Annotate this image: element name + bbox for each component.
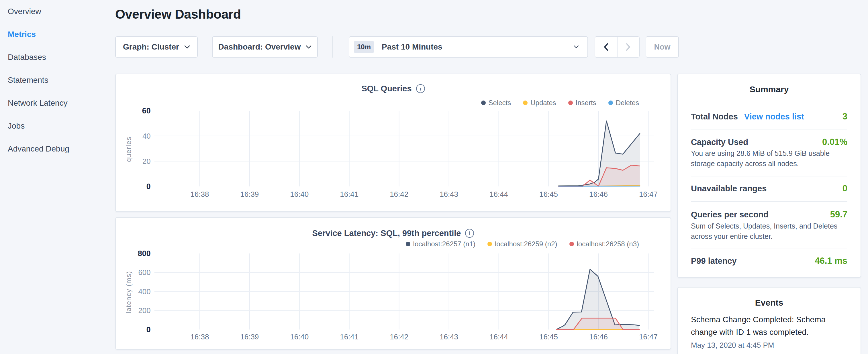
svg-text:40: 40 — [143, 132, 151, 140]
svg-text:16:40: 16:40 — [290, 333, 309, 341]
qps-caption: Sum of Selects, Updates, Inserts, and De… — [691, 221, 849, 242]
summary-title: Summary — [678, 85, 861, 94]
controls-divider — [333, 36, 333, 58]
sidebar-item-databases[interactable]: Databases — [8, 46, 105, 69]
divider — [691, 129, 847, 129]
sidebar-item-metrics[interactable]: Metrics — [8, 23, 105, 46]
time-back-button[interactable] — [595, 37, 617, 57]
svg-text:16:40: 16:40 — [290, 190, 309, 198]
chevron-right-icon — [626, 43, 631, 51]
summary-row-capacity: Capacity Used 0.01% — [691, 136, 847, 148]
divider — [691, 249, 847, 249]
time-range-label: Past 10 Minutes — [382, 42, 442, 52]
p99-latency-value: 46.1 ms — [815, 256, 847, 266]
svg-text:800: 800 — [138, 249, 151, 258]
summary-panel: Summary Total Nodes View nodes list 3 Ca… — [677, 74, 861, 278]
app-root: Overview Metrics Databases Statements Ne… — [0, 0, 868, 354]
svg-text:16:41: 16:41 — [340, 333, 359, 341]
svg-text:20: 20 — [143, 157, 151, 165]
event-message[interactable]: Schema Change Completed: Schema change w… — [691, 313, 848, 339]
svg-text:16:43: 16:43 — [440, 333, 458, 341]
time-pager — [595, 36, 640, 58]
chevron-down-icon — [574, 45, 579, 49]
graph-scope-label: Graph: Cluster — [123, 42, 179, 52]
chevron-down-icon — [184, 45, 190, 49]
chevron-left-icon — [603, 43, 609, 51]
view-nodes-list-link[interactable]: View nodes list — [744, 112, 804, 122]
summary-row-total-nodes: Total Nodes View nodes list 3 — [691, 110, 847, 123]
chevron-down-icon — [306, 45, 311, 49]
events-title: Events — [678, 298, 861, 308]
svg-text:16:42: 16:42 — [390, 333, 408, 341]
sidebar-item-network-latency[interactable]: Network Latency — [8, 92, 105, 115]
unavailable-ranges-value: 0 — [842, 183, 847, 194]
svg-text:200: 200 — [138, 307, 150, 315]
service-latency-plot[interactable]: 16:3816:3916:4016:4116:4216:4316:4416:45… — [116, 218, 671, 349]
svg-text:16:47: 16:47 — [639, 333, 658, 341]
qps-value: 59.7 — [830, 210, 847, 220]
svg-text:16:39: 16:39 — [240, 190, 259, 198]
sql-queries-chart-card: SQL Queries i Selects Updates Inserts De… — [115, 74, 671, 212]
summary-row-qps: Queries per second 59.7 — [691, 208, 847, 221]
sql-queries-plot[interactable]: 16:3816:3916:4016:4116:4216:4316:4416:45… — [116, 74, 671, 212]
svg-text:16:45: 16:45 — [539, 333, 558, 341]
total-nodes-value: 3 — [842, 111, 847, 122]
time-range-badge: 10m — [354, 41, 374, 53]
svg-text:60: 60 — [142, 106, 151, 115]
page-title: Overview Dashboard — [115, 7, 241, 22]
service-latency-chart-card: Service Latency: SQL, 99th percentile i … — [115, 217, 671, 350]
events-panel: Events Schema Change Completed: Schema c… — [677, 287, 861, 354]
now-button[interactable]: Now — [646, 36, 679, 58]
event-timestamp: May 13, 2020 at 4:45 PM — [691, 341, 774, 350]
graph-scope-dropdown[interactable]: Graph: Cluster — [115, 36, 198, 58]
summary-row-p99: P99 latency 46.1 ms — [691, 255, 847, 267]
time-range-dropdown[interactable]: 10m Past 10 Minutes — [349, 36, 588, 58]
sidebar-item-advanced-debug[interactable]: Advanced Debug — [8, 137, 105, 160]
svg-text:400: 400 — [138, 288, 150, 296]
sidebar-item-jobs[interactable]: Jobs — [8, 115, 105, 137]
svg-text:16:39: 16:39 — [240, 333, 259, 341]
svg-text:16:45: 16:45 — [539, 190, 558, 198]
svg-text:16:44: 16:44 — [490, 333, 508, 341]
svg-text:16:47: 16:47 — [639, 190, 658, 198]
svg-text:16:38: 16:38 — [190, 333, 209, 341]
dashboard-label: Dashboard: Overview — [218, 42, 301, 52]
sidebar: Overview Metrics Databases Statements Ne… — [8, 0, 105, 160]
svg-text:16:44: 16:44 — [490, 190, 508, 198]
sidebar-item-overview[interactable]: Overview — [8, 0, 105, 23]
svg-text:16:46: 16:46 — [589, 333, 608, 341]
sidebar-item-statements[interactable]: Statements — [8, 69, 105, 92]
dashboard-dropdown[interactable]: Dashboard: Overview — [212, 36, 318, 58]
svg-text:16:46: 16:46 — [589, 190, 608, 198]
capacity-used-value: 0.01% — [822, 137, 847, 147]
svg-text:0: 0 — [147, 182, 151, 191]
svg-text:16:41: 16:41 — [340, 190, 359, 198]
svg-text:600: 600 — [138, 268, 150, 277]
summary-row-unavailable: Unavailable ranges 0 — [691, 182, 847, 195]
divider — [691, 176, 847, 176]
svg-text:0: 0 — [147, 325, 151, 334]
time-forward-button[interactable] — [617, 37, 639, 57]
divider — [691, 201, 847, 202]
svg-text:16:43: 16:43 — [440, 190, 458, 198]
capacity-caption: You are using 28.6 MiB of 515.9 GiB usab… — [691, 148, 849, 169]
svg-text:16:38: 16:38 — [190, 190, 209, 198]
svg-text:16:42: 16:42 — [390, 190, 408, 198]
